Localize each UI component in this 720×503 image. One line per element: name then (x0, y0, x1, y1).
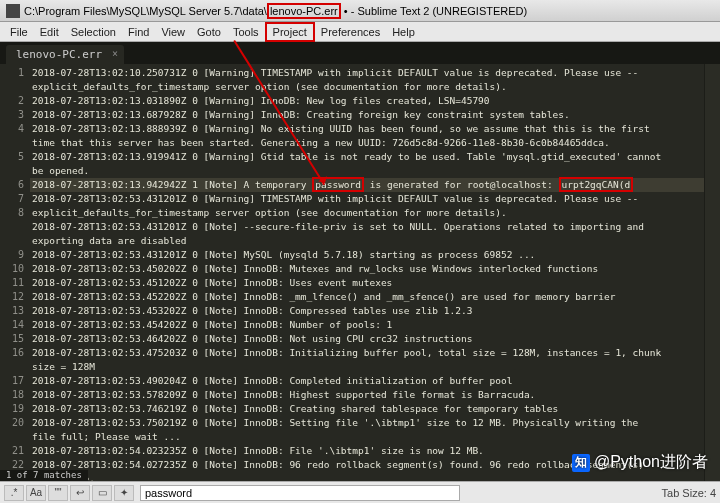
password-value-box: urpt2gqCAN(d (559, 177, 634, 192)
code-line: 2018-07-28T13:02:53.450202Z 0 [Note] Inn… (30, 262, 704, 276)
menu-goto[interactable]: Goto (191, 24, 227, 40)
code-line: exporting data are disabled (30, 234, 704, 248)
code-line: 2018-07-28T13:02:13.888939Z 0 [Warning] … (30, 122, 704, 136)
editor: 1234567891011121314151617181920212223242… (0, 64, 720, 481)
code-line: time that this server has been started. … (30, 136, 704, 150)
code-line: explicit_defaults_for_timestamp server o… (30, 206, 704, 220)
code-line: 2018-07-28T13:02:53.431201Z 0 [Warning] … (30, 192, 704, 206)
menu-selection[interactable]: Selection (65, 24, 122, 40)
status-bar: .* Aa "" ↩ ▭ ✦ Tab Size: 4 (0, 481, 720, 503)
code-line: size = 128M (30, 360, 704, 374)
menu-project[interactable]: Project (265, 22, 315, 42)
code-line: 2018-07-28T13:02:53.746219Z 0 [Note] Inn… (30, 402, 704, 416)
watermark: 知 @Python进阶者 (572, 452, 708, 473)
menu-preferences[interactable]: Preferences (315, 24, 386, 40)
menu-view[interactable]: View (155, 24, 191, 40)
code-line: 2018-07-28T13:02:53.454202Z 0 [Note] Inn… (30, 318, 704, 332)
regex-icon[interactable]: .* (4, 485, 24, 501)
code-line: explicit_defaults_for_timestamp server o… (30, 80, 704, 94)
code-line: are active. (30, 472, 704, 481)
tab-active[interactable]: lenovo-PC.err × (6, 45, 124, 64)
code-line: 2018-07-28T13:02:53.453202Z 0 [Note] Inn… (30, 304, 704, 318)
code-line: 2018-07-28T13:02:53.452202Z 0 [Note] Inn… (30, 290, 704, 304)
wrap-icon[interactable]: ↩ (70, 485, 90, 501)
code-line: 2018-07-28T13:02:53.451202Z 0 [Note] Inn… (30, 276, 704, 290)
code-line: be opened. (30, 164, 704, 178)
code-line: file full; Please wait ... (30, 430, 704, 444)
tab-size-label[interactable]: Tab Size: 4 (662, 487, 716, 499)
code-line: 2018-07-28T13:02:53.431201Z 0 [Note] MyS… (30, 248, 704, 262)
code-area[interactable]: 2018-07-28T13:02:10.250731Z 0 [Warning] … (30, 64, 704, 481)
code-line: 2018-07-28T13:02:53.578209Z 0 [Note] Inn… (30, 388, 704, 402)
word-icon[interactable]: "" (48, 485, 68, 501)
title-filename-boxed: lenovo-PC.err (267, 3, 341, 19)
code-line: 2018-07-28T13:02:53.750219Z 0 [Note] Inn… (30, 416, 704, 430)
tab-bar: lenovo-PC.err × (0, 42, 720, 64)
search-input[interactable] (140, 485, 460, 501)
app-icon (6, 4, 20, 18)
code-line: 2018-07-28T13:02:53.464202Z 0 [Note] Inn… (30, 332, 704, 346)
menu-tools[interactable]: Tools (227, 24, 265, 40)
case-icon[interactable]: Aa (26, 485, 46, 501)
menu-find[interactable]: Find (122, 24, 155, 40)
code-line: 2018-07-28T13:02:13.031890Z 0 [Warning] … (30, 94, 704, 108)
code-line: 2018-07-28T13:02:53.490204Z 0 [Note] Inn… (30, 374, 704, 388)
in-selection-icon[interactable]: ▭ (92, 485, 112, 501)
tab-label: lenovo-PC.err (16, 48, 102, 61)
code-line: 2018-07-28T13:02:10.250731Z 0 [Warning] … (30, 66, 704, 80)
code-line: 2018-07-28T13:02:13.942942Z 1 [Note] A t… (30, 178, 704, 192)
watermark-text: @Python进阶者 (594, 452, 708, 473)
title-bar: C:\Program Files\MySQL\MySQL Server 5.7\… (0, 0, 720, 22)
code-line: 2018-07-28T13:02:13.687928Z 0 [Warning] … (30, 108, 704, 122)
match-count: 1 of 7 matches (0, 470, 88, 481)
menu-file[interactable]: File (4, 24, 34, 40)
code-line: 2018-07-28T13:02:13.919941Z 0 [Warning] … (30, 150, 704, 164)
title-prefix: C:\Program Files\MySQL\MySQL Server 5.7\… (24, 5, 267, 17)
title-suffix: • - Sublime Text 2 (UNREGISTERED) (341, 5, 527, 17)
highlight-icon[interactable]: ✦ (114, 485, 134, 501)
code-line: 2018-07-28T13:02:53.475203Z 0 [Note] Inn… (30, 346, 704, 360)
close-icon[interactable]: × (112, 48, 118, 59)
menu-edit[interactable]: Edit (34, 24, 65, 40)
line-gutter: 1234567891011121314151617181920212223242… (0, 64, 30, 481)
menu-help[interactable]: Help (386, 24, 421, 40)
menu-bar: File Edit Selection Find View Goto Tools… (0, 22, 720, 42)
minimap[interactable] (704, 64, 720, 481)
zhihu-icon: 知 (572, 454, 590, 472)
code-line: 2018-07-28T13:02:53.431201Z 0 [Note] --s… (30, 220, 704, 234)
